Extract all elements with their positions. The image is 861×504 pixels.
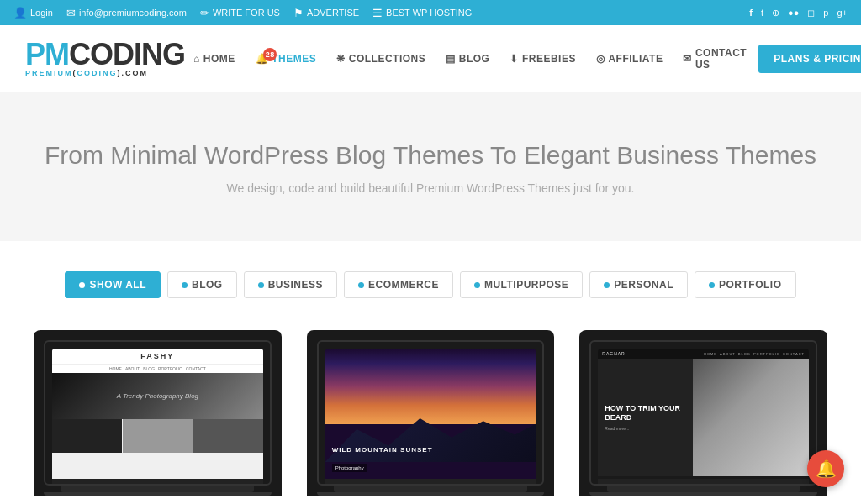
nav-affiliate[interactable]: ◎ AFFILIATE [588, 46, 671, 71]
theme-preview: RAGNAR HOMEABOUTBLOGPORTFOLIOCONTACT HOW… [579, 330, 827, 496]
nav-blog[interactable]: ▤ BLOG [437, 46, 498, 71]
nav-contact[interactable]: ✉ CONTACT US [674, 40, 755, 77]
laptop-screen: WILD MOUNTAIN SUNSET Photography [325, 349, 536, 479]
pencil-icon: ✏ [200, 7, 209, 19]
filter-dot [258, 282, 264, 288]
filter-btn-portfolio[interactable]: PORTFOLIO [695, 271, 796, 298]
nav-home[interactable]: ⌂ HOME [185, 46, 244, 71]
filter-dot [79, 282, 85, 288]
theme-card-landscape[interactable]: WILD MOUNTAIN SUNSET Photography LandSca… [307, 330, 555, 504]
write-link[interactable]: ✏ WRITE FOR US [200, 7, 280, 19]
download-icon: ⬇ [510, 53, 519, 65]
hosting-link[interactable]: ☰ BEST WP HOSTING [372, 7, 472, 19]
instagram-link[interactable]: ◻ [807, 8, 815, 18]
email-icon: ✉ [66, 7, 76, 19]
theme-preview: FASHY HOMEABOUTBLOGPORTFOLIOCONTACT A Tr… [34, 330, 282, 496]
themes-grid: FASHY HOMEABOUTBLOGPORTFOLIOCONTACT A Tr… [0, 322, 861, 504]
filter-dot [358, 282, 364, 288]
top-bar: 👤 Login ✉ info@premiumcoding.com ✏ WRITE… [0, 0, 861, 25]
plans-button[interactable]: PLANS & PRICING [758, 45, 861, 73]
nav-links: ⌂ HOME 🔔 28 THEMES ❋ COLLECTIONS ▤ BLOG … [185, 40, 861, 77]
nav-bar: PMCODING PREMIUM(CODING).COM ⌂ HOME 🔔 28… [0, 25, 861, 92]
filter-btn-blog[interactable]: BLOG [167, 271, 237, 298]
dribbble-link[interactable]: ⊕ [772, 8, 779, 18]
envelope-icon: ✉ [683, 53, 692, 65]
hero-heading: From Minimal WordPress Blog Themes To El… [17, 139, 844, 171]
filter-dot [474, 282, 480, 288]
theme-title: LandScape – A Photography WordPress Them… [307, 496, 555, 504]
advertise-link[interactable]: ⚑ ADVERTISE [293, 7, 359, 19]
login-link[interactable]: 👤 Login [13, 7, 53, 19]
filter-btn-business[interactable]: BUSINESS [244, 271, 337, 298]
twitter-link[interactable]: t [761, 8, 763, 18]
theme-title: Fashy – WordPress Fashion Blog Theme [34, 496, 282, 504]
topbar-socials: f t ⊕ ●● ◻ p g+ [749, 8, 848, 18]
bell-icon: 🔔 28 [256, 53, 269, 65]
nav-freebies[interactable]: ⬇ FREEBIES [501, 46, 584, 71]
filter-btn-show all[interactable]: SHOW ALL [65, 271, 161, 298]
bell-icon: 🔔 [816, 459, 837, 479]
user-icon: 👤 [13, 7, 27, 19]
theme-preview: WILD MOUNTAIN SUNSET Photography [307, 330, 555, 496]
flag-icon: ⚑ [293, 7, 304, 19]
gplus-link[interactable]: g+ [837, 8, 848, 18]
nav-collections[interactable]: ❋ COLLECTIONS [328, 46, 434, 71]
notification-bell[interactable]: 🔔 [807, 450, 844, 487]
topbar-left: 👤 Login ✉ info@premiumcoding.com ✏ WRITE… [13, 7, 472, 19]
affiliate-icon: ◎ [596, 53, 605, 65]
logo[interactable]: PMCODING PREMIUM(CODING).COM [25, 39, 185, 77]
email-link[interactable]: ✉ info@premiumcoding.com [66, 7, 187, 19]
theme-card-ragnar[interactable]: RAGNAR HOMEABOUTBLOGPORTFOLIOCONTACT HOW… [579, 330, 827, 504]
filter-dot [604, 282, 610, 288]
pinterest-link[interactable]: p [823, 8, 828, 18]
filter-dot [709, 282, 715, 288]
filter-dot [182, 282, 188, 288]
laptop-screen: RAGNAR HOMEABOUTBLOGPORTFOLIOCONTACT HOW… [598, 349, 809, 479]
server-icon: ☰ [372, 7, 383, 19]
nav-themes[interactable]: 🔔 28 THEMES [247, 46, 325, 71]
theme-title: Ragnar – A Bold WordPress Blog Theme [579, 496, 827, 504]
flickr-link[interactable]: ●● [788, 8, 799, 18]
facebook-link[interactable]: f [749, 8, 753, 18]
filter-bar: SHOW ALLBLOGBUSINESSECOMMERCEMULTIPURPOS… [0, 241, 861, 322]
blog-icon: ▤ [446, 53, 456, 65]
filter-btn-ecommerce[interactable]: ECOMMERCE [344, 271, 453, 298]
laptop-screen: FASHY HOMEABOUTBLOGPORTFOLIOCONTACT A Tr… [52, 349, 263, 479]
filter-btn-multipurpose[interactable]: MULTIPURPOSE [460, 271, 583, 298]
filter-btn-personal[interactable]: PERSONAL [589, 271, 688, 298]
theme-card-fashy[interactable]: FASHY HOMEABOUTBLOGPORTFOLIOCONTACT A Tr… [34, 330, 282, 504]
home-icon: ⌂ [193, 53, 200, 65]
hero-section: From Minimal WordPress Blog Themes To El… [0, 92, 861, 241]
collections-icon: ❋ [336, 53, 346, 65]
hero-subheading: We design, code and build beautiful Prem… [17, 181, 844, 195]
